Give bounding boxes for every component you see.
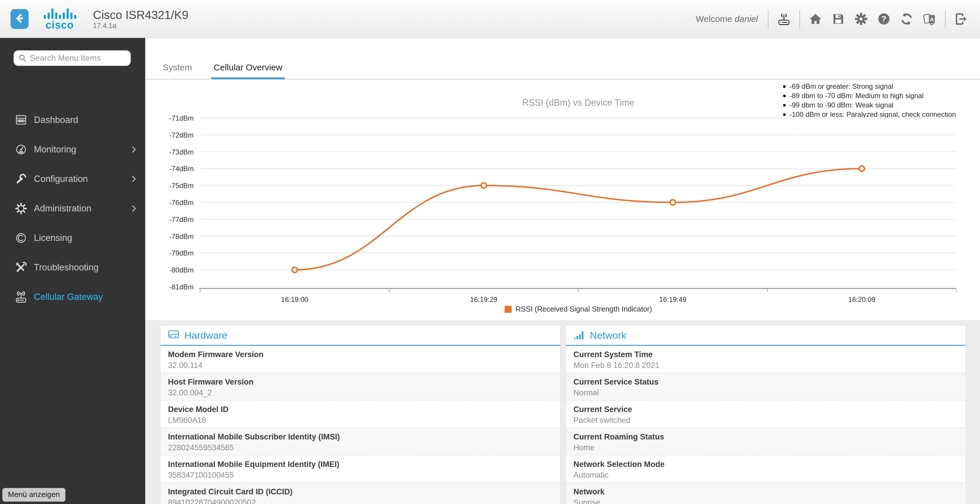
help-icon[interactable]: ? xyxy=(877,12,891,26)
chevron-right-icon xyxy=(130,145,137,155)
sidebar-menu: Dashboard Monitoring Configuration xyxy=(0,105,145,312)
svg-text:?: ? xyxy=(881,14,886,23)
cellular-gateway-icon[interactable] xyxy=(776,12,791,26)
home-icon[interactable] xyxy=(808,12,823,26)
legend-label: RSSI (Received Signal Strength Indicator… xyxy=(516,305,652,313)
info-label: Current Roaming Status xyxy=(574,431,958,442)
svg-text:16:19:29: 16:19:29 xyxy=(470,295,497,303)
hardware-card: Hardware Modem Firmware Version32.00.114… xyxy=(160,325,561,504)
chart-legend: RSSI (Received Signal Strength Indicator… xyxy=(200,305,956,313)
info-value: 89410228704900020502 xyxy=(168,497,553,504)
info-value: 32.00.114 xyxy=(168,360,553,371)
info-row: Device Model IDLM960A18 xyxy=(161,400,560,428)
signal-bars-icon xyxy=(573,329,585,342)
info-row: Integrated Circuit Card ID (ICCID)894102… xyxy=(161,482,560,504)
sidebar-item-label: Dashboard xyxy=(34,115,78,125)
network-card: Network Current System TimeMon Feb 8 16:… xyxy=(566,325,966,504)
svg-text:-79dBm: -79dBm xyxy=(169,249,194,257)
sidebar-item-dashboard[interactable]: Dashboard xyxy=(0,105,145,135)
info-row: Host Firmware Version32.00.004_2 xyxy=(161,372,560,400)
info-label: International Mobile Subscriber Identity… xyxy=(168,431,553,442)
settings-gear-icon[interactable] xyxy=(854,12,869,26)
info-row: International Mobile Equipment Identity … xyxy=(161,455,560,482)
svg-text:-71dBm: -71dBm xyxy=(169,114,194,122)
sidebar-item-monitoring[interactable]: Monitoring xyxy=(0,135,145,164)
app-window: cisco Cisco ISR4321/K9 17.4.1a Welcome d… xyxy=(0,0,980,504)
dashboard-icon xyxy=(13,113,29,127)
sidebar-item-administration[interactable]: Administration xyxy=(0,193,145,223)
tab-system[interactable]: System xyxy=(161,62,194,79)
info-label: Current Service Status xyxy=(574,377,958,387)
search-icon xyxy=(18,54,27,62)
card-title: Network xyxy=(590,330,627,341)
svg-text:-75dBm: -75dBm xyxy=(169,182,194,190)
sidebar-item-configuration[interactable]: Configuration xyxy=(0,164,145,193)
back-button[interactable] xyxy=(11,9,29,29)
monitoring-icon xyxy=(13,143,29,157)
cisco-bars-icon xyxy=(43,7,76,19)
refresh-icon[interactable] xyxy=(899,12,914,26)
svg-text:-72dBm: -72dBm xyxy=(169,131,194,139)
back-arrow-icon xyxy=(14,13,25,25)
info-value: LM960A18 xyxy=(168,415,553,426)
divider xyxy=(768,10,768,28)
info-row: Network Selection ModeAutomatic xyxy=(566,455,966,482)
hard-drive-icon xyxy=(167,329,180,342)
language-icon[interactable]: A xyxy=(922,12,937,26)
network-rows: Current System TimeMon Feb 8 16:20:8 202… xyxy=(566,346,966,504)
svg-text:-74dBm: -74dBm xyxy=(169,165,194,173)
welcome-text: Welcome daniel xyxy=(696,14,758,24)
info-value: Automatic xyxy=(574,470,958,481)
show-menu-tooltip[interactable]: Menü anzeigen xyxy=(2,488,65,502)
search-input[interactable] xyxy=(30,54,126,63)
configuration-icon xyxy=(13,172,29,186)
device-title-block: Cisco ISR4321/K9 17.4.1a xyxy=(93,8,188,30)
legend-swatch xyxy=(504,306,512,313)
sidebar-item-label: Licensing xyxy=(34,233,72,243)
info-label: Network xyxy=(574,487,958,497)
divider xyxy=(799,10,800,28)
sidebar-item-label: Monitoring xyxy=(34,144,76,155)
sidebar-item-label: Configuration xyxy=(34,174,88,184)
hardware-rows: Modem Firmware Version32.00.114Host Firm… xyxy=(161,346,560,504)
cisco-logo: cisco xyxy=(43,7,76,31)
main-content: System Cellular Overview RSSI (dBm) vs D… xyxy=(145,38,980,504)
info-value: 32.00.004_2 xyxy=(168,387,553,398)
info-value: Normal xyxy=(574,387,958,398)
chevron-right-icon xyxy=(130,204,137,214)
svg-text:16:20:09: 16:20:09 xyxy=(848,295,875,303)
save-icon[interactable] xyxy=(831,12,846,26)
info-label: Network Selection Mode xyxy=(574,459,958,470)
sidebar-item-troubleshooting[interactable]: Troubleshooting xyxy=(0,253,145,282)
info-label: Host Firmware Version xyxy=(168,377,553,387)
info-row: Current Service StatusNormal xyxy=(566,372,966,400)
info-row: International Mobile Subscriber Identity… xyxy=(161,428,560,455)
sidebar-item-label: Cellular Gateway xyxy=(34,292,103,302)
svg-text:A: A xyxy=(930,16,934,22)
divider xyxy=(945,10,945,28)
data-point xyxy=(859,166,865,171)
info-value: Home xyxy=(574,442,958,453)
info-label: Modem Firmware Version xyxy=(168,349,553,360)
sidebar-item-licensing[interactable]: Licensing xyxy=(0,223,145,253)
sidebar-item-label: Administration xyxy=(34,203,91,214)
svg-text:16:19:00: 16:19:00 xyxy=(281,295,308,303)
sidebar-item-cellular-gateway[interactable]: Cellular Gateway xyxy=(0,282,145,312)
data-point xyxy=(481,183,487,188)
tab-cellular-overview[interactable]: Cellular Overview xyxy=(211,62,285,79)
rssi-line-chart: -71dBm-72dBm-73dBm-74dBm-75dBm-76dBm-77d… xyxy=(145,79,980,310)
svg-text:-73dBm: -73dBm xyxy=(169,148,194,156)
info-label: Current System Time xyxy=(574,349,958,360)
svg-text:-80dBm: -80dBm xyxy=(169,266,194,274)
info-label: Integrated Circuit Card ID (ICCID) xyxy=(168,487,553,497)
info-value: Packet switched xyxy=(574,415,958,426)
troubleshooting-icon xyxy=(13,260,29,274)
sidebar-item-label: Troubleshooting xyxy=(34,262,99,273)
info-row: Current System TimeMon Feb 8 16:20:8 202… xyxy=(566,346,966,372)
rssi-chart-section: RSSI (dBm) vs Device Time -69 dBm or gre… xyxy=(145,79,980,320)
sidebar-search[interactable] xyxy=(13,50,131,66)
info-cards-section: Hardware Modem Firmware Version32.00.114… xyxy=(145,320,980,504)
data-point xyxy=(292,267,298,273)
info-row: Modem Firmware Version32.00.114 xyxy=(161,346,560,372)
logout-icon[interactable] xyxy=(954,12,968,26)
